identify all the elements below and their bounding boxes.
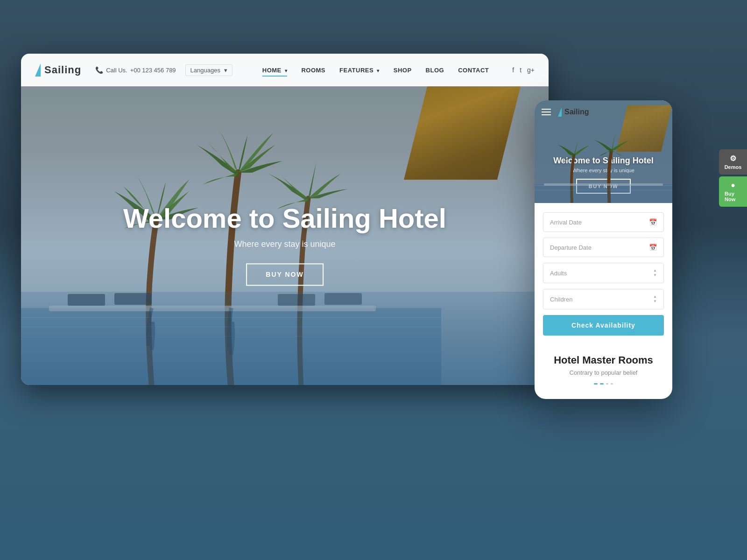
buy-now-label: Buy Now xyxy=(725,191,741,202)
mobile-hamburger-menu[interactable] xyxy=(542,109,551,115)
mobile-logo[interactable]: Sailing xyxy=(558,107,589,117)
phone-icon: 📞 xyxy=(95,66,103,74)
departure-date-field[interactable]: Departure Date 📅 xyxy=(543,238,664,257)
arrival-date-field[interactable]: Arrival Date 📅 xyxy=(543,212,664,232)
demos-label: Demos xyxy=(725,164,742,170)
pool-reflection xyxy=(21,292,549,385)
svg-rect-9 xyxy=(535,184,672,203)
dot-inactive-2 xyxy=(611,383,613,385)
desktop-hero-subtitle: Where every stay is unique xyxy=(123,239,446,249)
desktop-languages-arrow-icon: ▾ xyxy=(224,67,227,74)
mobile-palm-decoration xyxy=(535,128,672,203)
demos-button[interactable]: ⚙ Demos xyxy=(719,149,747,175)
hamburger-line-1 xyxy=(542,109,551,110)
mobile-logo-text: Sailing xyxy=(564,108,589,116)
side-panel: ⚙ Demos ● Buy Now xyxy=(719,149,747,207)
dot-active-2 xyxy=(600,383,604,385)
adults-arrow-up: ▲ xyxy=(653,269,657,273)
desktop-languages-dropdown[interactable]: Languages ▾ xyxy=(185,64,233,76)
mobile-rooms-subtitle: Contrary to popular belief xyxy=(543,369,664,376)
arrival-date-placeholder: Arrival Date xyxy=(550,219,582,226)
desktop-logo[interactable]: Sailing xyxy=(35,63,81,77)
buy-now-side-button[interactable]: ● Buy Now xyxy=(719,176,747,207)
nav-item-home[interactable]: HOME ▾ xyxy=(262,67,288,74)
mobile-rooms-section: Hotel Master Rooms Contrary to popular b… xyxy=(535,354,672,394)
nav-item-contact[interactable]: CONTACT xyxy=(458,67,489,74)
mobile-rooms-title: Hotel Master Rooms xyxy=(543,354,664,366)
hamburger-line-2 xyxy=(542,112,551,112)
adults-select[interactable]: Adults ▲ ▼ xyxy=(543,263,664,283)
children-select[interactable]: Children ▲ ▼ xyxy=(543,289,664,309)
calendar-icon-departure: 📅 xyxy=(649,244,657,251)
desktop-nav-menu: HOME ▾ ROOMS FEATURES ▾ SHOP BLOG CONTAC… xyxy=(262,66,535,74)
nav-item-features[interactable]: FEATURES ▾ xyxy=(339,67,380,74)
desktop-hero-content: Welcome to Sailing Hotel Where every sta… xyxy=(123,203,446,286)
desktop-phone-label: Call Us. xyxy=(106,67,127,74)
svg-rect-11 xyxy=(535,190,672,190)
children-arrow-up: ▲ xyxy=(653,295,657,299)
svg-rect-12 xyxy=(544,183,663,186)
mobile-browser-mockup: Sailing Welcome to Sailing Hotel Where e… xyxy=(535,100,672,399)
calendar-icon-arrival: 📅 xyxy=(649,218,657,226)
children-placeholder: Children xyxy=(550,296,572,303)
gear-icon: ⚙ xyxy=(730,154,736,163)
children-arrow-down: ▼ xyxy=(653,300,657,303)
desktop-hero-buy-button[interactable]: BUY NOW xyxy=(246,263,323,286)
children-select-arrows: ▲ ▼ xyxy=(653,295,657,303)
departure-date-placeholder: Departure Date xyxy=(550,244,592,251)
nav-item-blog[interactable]: BLOG xyxy=(426,67,444,74)
nav-item-rooms[interactable]: ROOMS xyxy=(301,67,325,74)
desktop-navbar: Sailing 📞 Call Us. +00 123 456 789 Langu… xyxy=(21,54,549,86)
buy-now-icon: ● xyxy=(731,181,735,189)
desktop-browser-mockup: Sailing 📞 Call Us. +00 123 456 789 Langu… xyxy=(21,54,549,385)
nav-item-shop[interactable]: SHOP xyxy=(394,67,412,74)
hamburger-line-3 xyxy=(542,114,551,115)
desktop-languages-label: Languages xyxy=(190,67,220,74)
desktop-logo-text: Sailing xyxy=(44,64,81,76)
dot-inactive-1 xyxy=(606,383,608,385)
mobile-navbar: Sailing xyxy=(535,100,672,124)
mobile-hero-section: Sailing Welcome to Sailing Hotel Where e… xyxy=(535,100,672,203)
googleplus-icon[interactable]: g+ xyxy=(527,66,535,74)
desktop-logo-sail-icon xyxy=(35,63,41,77)
twitter-icon[interactable]: t xyxy=(520,66,521,74)
mobile-rooms-indicator xyxy=(543,383,664,385)
nav-features-arrow-icon: ▾ xyxy=(377,68,380,73)
nav-home-arrow-icon: ▾ xyxy=(285,68,288,73)
facebook-icon[interactable]: f xyxy=(512,66,514,74)
adults-arrow-down: ▼ xyxy=(653,273,657,277)
adults-select-arrows: ▲ ▼ xyxy=(653,269,657,277)
mobile-logo-sail-icon xyxy=(558,107,562,117)
adults-placeholder: Adults xyxy=(550,270,567,277)
desktop-social-links: f t g+ xyxy=(512,66,535,74)
desktop-phone: 📞 Call Us. +00 123 456 789 xyxy=(95,66,176,74)
mobile-booking-form: Arrival Date 📅 Departure Date 📅 Adults ▲… xyxy=(535,203,672,354)
desktop-hero-title: Welcome to Sailing Hotel xyxy=(123,203,446,234)
check-availability-button[interactable]: Check Availability xyxy=(543,315,664,336)
desktop-phone-number: +00 123 456 789 xyxy=(130,67,176,74)
dot-active-1 xyxy=(594,383,598,385)
